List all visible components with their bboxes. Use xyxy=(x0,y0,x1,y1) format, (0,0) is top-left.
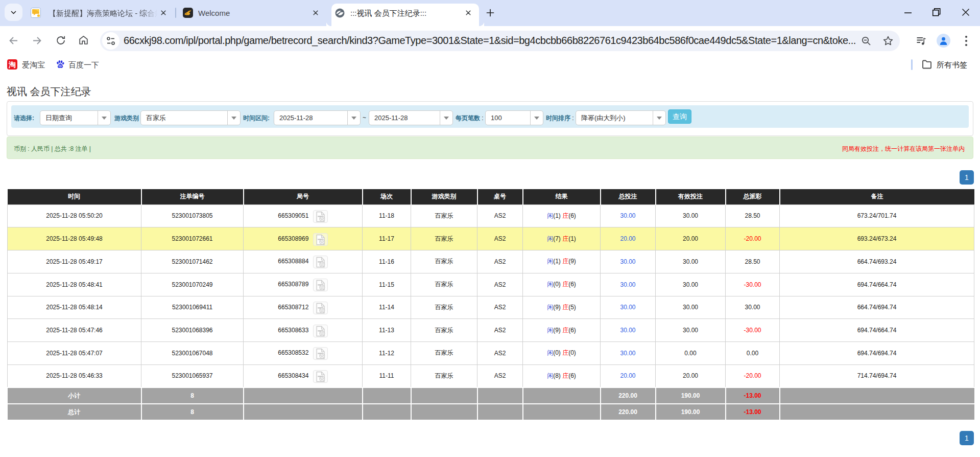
svg-text:du: du xyxy=(58,64,62,67)
